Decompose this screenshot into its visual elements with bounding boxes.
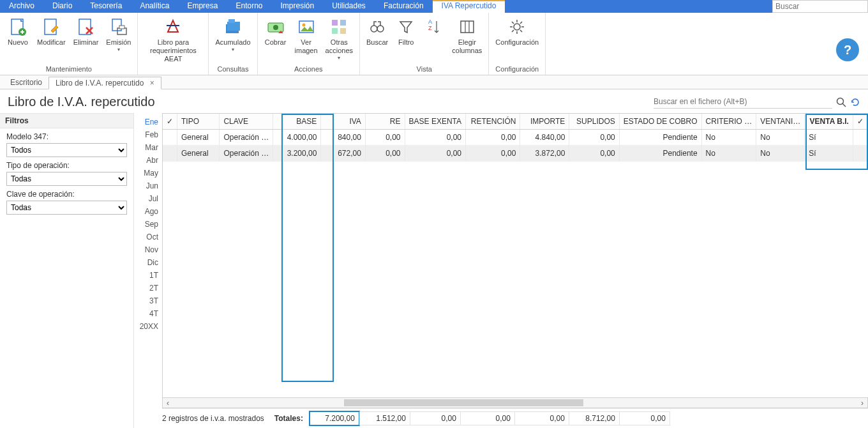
month-tab-sep[interactable]: Sep	[139, 218, 162, 231]
ribbon-ver-imagen[interactable]: Ver imagen	[291, 15, 322, 56]
record-count: 2 registros de i.v.a. mostrados	[162, 414, 272, 423]
menu-empresa[interactable]: Empresa	[178, 0, 227, 13]
svg-text:A: A	[428, 19, 432, 25]
refresh-icon[interactable]	[850, 97, 860, 107]
ribbon-filtro-label: Filtro	[398, 38, 414, 47]
global-search[interactable]	[772, 0, 868, 13]
month-tab-feb[interactable]: Feb	[139, 128, 162, 141]
month-tab-ene[interactable]: Ene	[139, 116, 162, 128]
month-tab-ago[interactable]: Ago	[139, 205, 162, 218]
filter-clave-label: Clave de operación:	[6, 190, 127, 199]
ribbon-elegir-columnas-label: Elegir columnas	[452, 38, 482, 55]
svg-rect-14	[332, 20, 338, 26]
month-tab-may[interactable]: May	[139, 167, 162, 180]
file-search-input[interactable]	[654, 95, 832, 109]
month-tab-2t[interactable]: 2T	[139, 282, 162, 294]
col-clave[interactable]: CLAVE	[220, 114, 273, 130]
ribbon-group-consultas: Acumulado ▾ Consultas	[209, 13, 257, 75]
month-tab-jul[interactable]: Jul	[139, 192, 162, 205]
ribbon-group-vista: Buscar Filtro AZ Elegir columnas Vista	[360, 13, 489, 75]
col-estado[interactable]: ESTADO DE COBRO	[619, 114, 701, 130]
money-icon	[266, 17, 286, 37]
table-row[interactable]: GeneralOperación …3.200,00672,000,000,00…	[163, 146, 868, 162]
close-icon[interactable]: ×	[150, 79, 154, 88]
month-tab-mar[interactable]: Mar	[139, 141, 162, 154]
filter-tipo-select[interactable]: Todas	[6, 172, 127, 186]
menu-utilidades[interactable]: Utilidades	[323, 0, 375, 13]
month-tab-3t[interactable]: 3T	[139, 294, 162, 307]
ribbon-cobrar-label: Cobrar	[265, 38, 287, 47]
ribbon-cobrar[interactable]: Cobrar	[260, 15, 291, 48]
menu-archivo[interactable]: Archivo	[0, 0, 43, 13]
col-retencion[interactable]: RETENCIÓN	[466, 114, 520, 130]
table-row[interactable]: GeneralOperación …4.000,00840,000,000,00…	[163, 130, 868, 146]
col-base-exenta[interactable]: BASE EXENTA	[405, 114, 465, 130]
menu-entorno[interactable]: Entorno	[227, 0, 271, 13]
month-tab-oct[interactable]: Oct	[139, 231, 162, 243]
ribbon-libro-aeat[interactable]: Libro para requerimientos AEAT	[140, 15, 206, 65]
ribbon-configuracion[interactable]: Configuración	[491, 15, 542, 48]
month-tab-20xx[interactable]: 20XX	[139, 320, 162, 333]
ribbon-filtro[interactable]: Filtro	[392, 15, 420, 48]
svg-point-13	[302, 24, 305, 27]
ribbon-acumulado-label: Acumulado	[215, 38, 250, 47]
ribbon-acumulado[interactable]: Acumulado ▾	[211, 15, 254, 54]
menu-iva-repercutido[interactable]: IVA Repercutido	[433, 0, 505, 13]
ribbon-sort[interactable]: AZ	[420, 15, 448, 40]
col-criterio[interactable]: CRITERIO …	[701, 114, 756, 130]
menu-impresion[interactable]: Impresión	[271, 0, 323, 13]
ribbon-nuevo[interactable]: Nuevo	[3, 15, 33, 48]
month-tab-1t[interactable]: 1T	[139, 269, 162, 282]
data-grid[interactable]: ✓ TIPO CLAVE BASE IVA RE BASE EXENTA RET…	[162, 113, 868, 398]
scroll-left-icon[interactable]: ‹	[163, 399, 173, 408]
col-check-end[interactable]: ✓	[853, 114, 867, 130]
col-tipo[interactable]: TIPO	[177, 114, 220, 130]
col-venta-bi[interactable]: VENTA B.I.	[805, 114, 853, 130]
col-re[interactable]: RE	[365, 114, 405, 130]
month-tab-dic[interactable]: Dic	[139, 256, 162, 269]
svg-text:Z: Z	[428, 25, 432, 31]
total-suplidos: 0,00	[619, 411, 670, 425]
ribbon-eliminar-label: Eliminar	[73, 38, 99, 47]
month-tab-jun[interactable]: Jun	[139, 180, 162, 192]
search-icon[interactable]	[836, 97, 846, 107]
total-re: 0,00	[410, 411, 461, 425]
horizontal-scrollbar[interactable]: ‹ ›	[162, 398, 868, 408]
tab-libro-iva[interactable]: Libro de I.V.A. repercutido ×	[49, 77, 161, 89]
ribbon-emision[interactable]: Emisión ▾	[102, 15, 135, 54]
filter-modelo-select[interactable]: Todos	[6, 143, 127, 157]
ribbon-otras-acciones[interactable]: Otras acciones ▾	[322, 15, 357, 62]
ribbon-group-vista-label: Vista	[360, 65, 488, 75]
total-retencion: 0,00	[514, 411, 569, 425]
col-check[interactable]: ✓	[163, 114, 177, 130]
menu-facturacion[interactable]: Facturación	[375, 0, 433, 13]
col-suplidos[interactable]: SUPLIDOS	[569, 114, 619, 130]
ribbon-group-mantenimiento: Nuevo Modificar Eliminar Emisión ▾	[0, 13, 138, 75]
global-search-input[interactable]	[775, 2, 865, 11]
ribbon-eliminar[interactable]: Eliminar	[70, 15, 103, 48]
menu-analitica[interactable]: Analítica	[131, 0, 178, 13]
filter-clave-select[interactable]: Todas	[6, 201, 127, 215]
svg-point-19	[377, 26, 384, 32]
grid-icon	[329, 17, 349, 37]
delete-document-icon	[75, 17, 96, 37]
ribbon-group-aeat: Libro para requerimientos AEAT	[138, 13, 209, 75]
menu-tesoreria[interactable]: Tesorería	[81, 0, 131, 13]
ribbon-buscar[interactable]: Buscar	[363, 15, 392, 48]
col-base[interactable]: BASE	[273, 114, 321, 130]
col-iva[interactable]: IVA	[321, 114, 366, 130]
chevron-down-icon: ▾	[117, 47, 120, 52]
menu-diario[interactable]: Diario	[43, 0, 81, 13]
help-button[interactable]: ?	[836, 38, 859, 61]
month-tab-abr[interactable]: Abr	[139, 154, 162, 167]
tab-escritorio[interactable]: Escritorio	[4, 77, 49, 88]
month-tab-nov[interactable]: Nov	[139, 243, 162, 256]
month-tab-4t[interactable]: 4T	[139, 307, 162, 320]
ribbon-elegir-columnas[interactable]: Elegir columnas	[448, 15, 486, 56]
ribbon-modificar[interactable]: Modificar	[33, 15, 70, 48]
scroll-right-icon[interactable]: ›	[857, 399, 867, 408]
col-importe[interactable]: IMPORTE	[520, 114, 569, 130]
col-ventani[interactable]: VENTANI…	[756, 114, 805, 130]
page-title: Libro de I.V.A. repercutido	[8, 95, 654, 109]
month-tabs: EneFebMarAbrMayJunJulAgoSepOctNovDic1T2T…	[134, 113, 162, 428]
